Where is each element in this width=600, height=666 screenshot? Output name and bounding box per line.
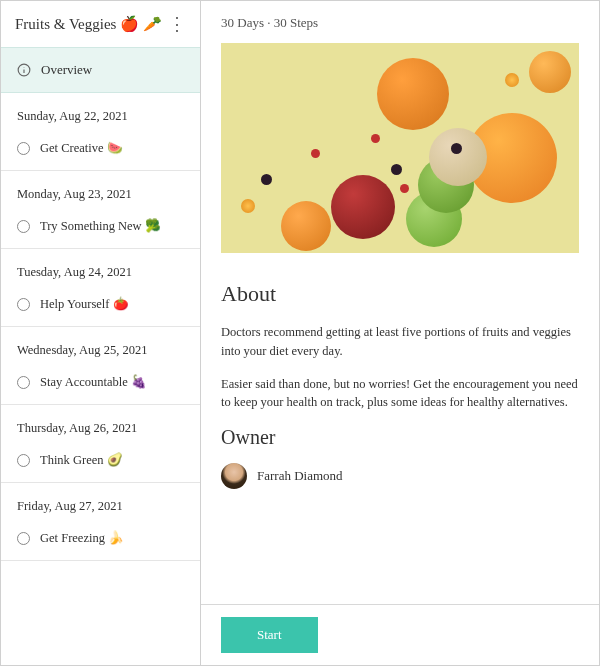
day-header: Friday, Aug 27, 2021 bbox=[17, 499, 184, 514]
sidebar-scroll[interactable]: Overview Sunday, Aug 22, 2021 Get Creati… bbox=[1, 47, 200, 665]
about-paragraph: Doctors recommend getting at least five … bbox=[221, 323, 579, 361]
unchecked-circle-icon bbox=[17, 220, 30, 233]
sidebar-step-item[interactable]: Stay Accountable 🍇 bbox=[17, 374, 184, 390]
step-label: Stay Accountable 🍇 bbox=[40, 374, 147, 390]
unchecked-circle-icon bbox=[17, 142, 30, 155]
svg-point-2 bbox=[24, 67, 25, 68]
plan-title: Fruits & Veggies 🍎 🥕 bbox=[15, 15, 162, 33]
step-label: Think Green 🥑 bbox=[40, 452, 123, 468]
day-group: Monday, Aug 23, 2021 Try Something New 🥦 bbox=[1, 171, 200, 249]
sidebar-step-item[interactable]: Get Freezing 🍌 bbox=[17, 530, 184, 546]
day-group: Tuesday, Aug 24, 2021 Help Yourself 🍅 bbox=[1, 249, 200, 327]
info-icon bbox=[17, 63, 31, 77]
day-group: Thursday, Aug 26, 2021 Think Green 🥑 bbox=[1, 405, 200, 483]
app-container: Fruits & Veggies 🍎 🥕 ⋮ Overview Sunday, … bbox=[0, 0, 600, 666]
sidebar-step-item[interactable]: Try Something New 🥦 bbox=[17, 218, 184, 234]
sidebar-item-overview[interactable]: Overview bbox=[1, 47, 200, 93]
day-group: Friday, Aug 27, 2021 Get Freezing 🍌 bbox=[1, 483, 200, 561]
unchecked-circle-icon bbox=[17, 298, 30, 311]
start-button[interactable]: Start bbox=[221, 617, 318, 653]
owner-heading: Owner bbox=[221, 426, 579, 449]
day-header: Monday, Aug 23, 2021 bbox=[17, 187, 184, 202]
about-paragraph: Easier said than done, but no worries! G… bbox=[221, 375, 579, 413]
plan-meta: 30 Days · 30 Steps bbox=[201, 1, 599, 43]
sidebar-header: Fruits & Veggies 🍎 🥕 ⋮ bbox=[1, 1, 200, 47]
day-header: Tuesday, Aug 24, 2021 bbox=[17, 265, 184, 280]
owner-name: Farrah Diamond bbox=[257, 468, 343, 484]
step-label: Help Yourself 🍅 bbox=[40, 296, 129, 312]
step-label: Try Something New 🥦 bbox=[40, 218, 161, 234]
sidebar-step-item[interactable]: Think Green 🥑 bbox=[17, 452, 184, 468]
sidebar: Fruits & Veggies 🍎 🥕 ⋮ Overview Sunday, … bbox=[1, 1, 201, 665]
overview-label: Overview bbox=[41, 62, 92, 78]
unchecked-circle-icon bbox=[17, 454, 30, 467]
unchecked-circle-icon bbox=[17, 376, 30, 389]
more-menu-icon[interactable]: ⋮ bbox=[164, 15, 190, 33]
day-group: Wednesday, Aug 25, 2021 Stay Accountable… bbox=[1, 327, 200, 405]
main-content: About Doctors recommend getting at least… bbox=[201, 43, 599, 604]
about-heading: About bbox=[221, 281, 579, 307]
main-panel: 30 Days · 30 Steps About bbox=[201, 1, 599, 665]
day-header: Thursday, Aug 26, 2021 bbox=[17, 421, 184, 436]
sidebar-step-item[interactable]: Help Yourself 🍅 bbox=[17, 296, 184, 312]
day-header: Sunday, Aug 22, 2021 bbox=[17, 109, 184, 124]
owner-row: Farrah Diamond bbox=[221, 463, 579, 489]
sidebar-step-item[interactable]: Get Creative 🍉 bbox=[17, 140, 184, 156]
day-group: Sunday, Aug 22, 2021 Get Creative 🍉 bbox=[1, 93, 200, 171]
day-header: Wednesday, Aug 25, 2021 bbox=[17, 343, 184, 358]
avatar bbox=[221, 463, 247, 489]
step-label: Get Freezing 🍌 bbox=[40, 530, 124, 546]
unchecked-circle-icon bbox=[17, 532, 30, 545]
footer: Start bbox=[201, 604, 599, 665]
step-label: Get Creative 🍉 bbox=[40, 140, 123, 156]
hero-image bbox=[221, 43, 579, 253]
